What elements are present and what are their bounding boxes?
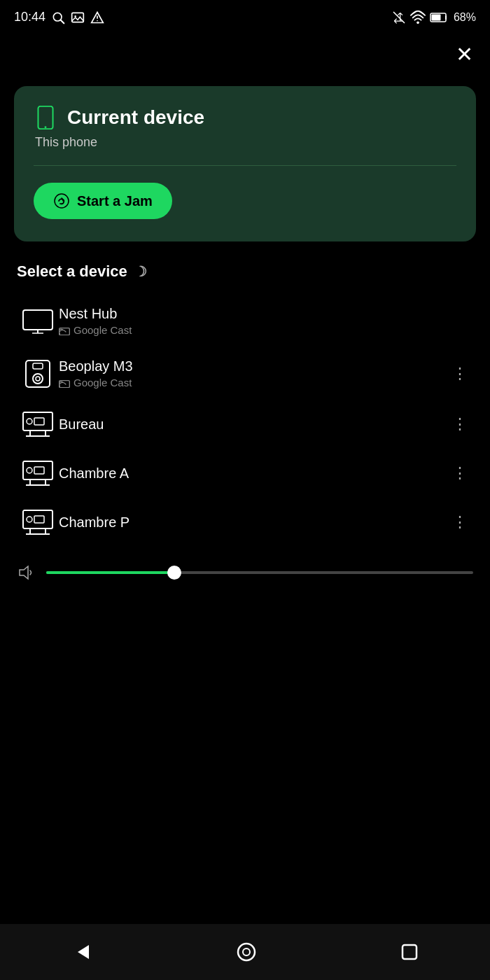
nav-recents-button[interactable]	[384, 937, 435, 967]
chambre-p-name: Chambre P	[59, 514, 447, 531]
battery-percent: 68%	[454, 11, 476, 24]
svg-rect-8	[431, 14, 440, 20]
computer-icon-bureau	[17, 411, 59, 438]
select-device-section-title: Select a device ☽	[0, 262, 490, 281]
svg-point-12	[55, 194, 69, 208]
svg-rect-2	[72, 13, 84, 22]
chambre-a-menu-button[interactable]: ⋮	[447, 461, 473, 485]
device-item-nest-hub[interactable]: Nest Hub Google Cast	[11, 295, 479, 347]
back-arrow-icon	[72, 942, 92, 962]
svg-point-24	[59, 385, 60, 387]
beoplay-menu-button[interactable]: ⋮	[447, 362, 473, 386]
volume-icon	[17, 564, 35, 582]
computer-icon-chambre-p	[17, 509, 59, 536]
moon-icon: ☽	[134, 263, 147, 280]
status-bar: 10:44 68%	[0, 0, 490, 30]
chambre-a-info: Chambre A	[59, 465, 447, 482]
nav-home-button[interactable]	[220, 935, 273, 969]
beoplay-info: Beoplay M3 Google Cast	[59, 358, 447, 388]
svg-rect-22	[33, 363, 43, 369]
svg-point-6	[416, 21, 419, 24]
volume-slider-thumb[interactable]	[167, 566, 181, 580]
volume-slider-track[interactable]	[46, 571, 473, 574]
svg-point-20	[33, 374, 43, 384]
status-right: 68%	[392, 10, 476, 24]
card-divider	[34, 165, 456, 166]
device-item-chambre-a[interactable]: Chambre A ⋮	[11, 449, 479, 498]
svg-rect-25	[23, 412, 52, 430]
svg-rect-31	[23, 461, 52, 479]
recents-square-icon	[401, 944, 418, 960]
svg-point-18	[59, 332, 60, 335]
status-left: 10:44	[14, 10, 104, 24]
current-device-title: Current device	[34, 106, 456, 130]
nest-hub-sub: Google Cast	[59, 324, 473, 336]
current-device-heading: Current device	[67, 106, 204, 129]
svg-rect-33	[34, 467, 44, 474]
home-circle-icon	[237, 942, 256, 962]
svg-point-11	[45, 126, 47, 128]
svg-point-46	[243, 948, 250, 955]
start-jam-label: Start a Jam	[77, 193, 153, 209]
bureau-info: Bureau	[59, 416, 447, 433]
close-button[interactable]: ✕	[456, 42, 473, 66]
svg-marker-44	[78, 945, 89, 959]
svg-rect-47	[402, 945, 416, 959]
svg-rect-27	[34, 418, 44, 425]
chambre-p-info: Chambre P	[59, 514, 447, 531]
phone-icon	[34, 106, 57, 130]
svg-point-38	[27, 517, 32, 522]
cast-icon	[59, 326, 70, 335]
device-item-bureau[interactable]: Bureau ⋮	[11, 400, 479, 449]
device-list: Nest Hub Google Cast Beoplay M	[0, 295, 490, 547]
svg-rect-39	[34, 516, 44, 523]
current-device-card: Current device This phone Start a Jam	[14, 86, 476, 241]
svg-point-21	[36, 377, 40, 381]
computer-icon-chambre-a	[17, 460, 59, 486]
svg-line-1	[61, 20, 64, 23]
device-item-beoplay[interactable]: Beoplay M3 Google Cast ⋮	[11, 347, 479, 400]
search-status-icon	[51, 10, 65, 24]
time: 10:44	[14, 10, 46, 24]
alert-status-icon	[90, 10, 104, 24]
nav-bar	[0, 924, 490, 980]
nest-hub-name: Nest Hub	[59, 306, 473, 322]
current-device-subtitle: This phone	[34, 135, 456, 150]
battery-icon	[430, 11, 449, 24]
cast-icon-beoplay	[59, 378, 70, 388]
nav-back-button[interactable]	[55, 935, 108, 969]
chambre-p-menu-button[interactable]: ⋮	[447, 510, 473, 534]
wifi-icon	[410, 10, 426, 24]
speaker-icon-beoplay	[17, 359, 59, 388]
nest-hub-info: Nest Hub Google Cast	[59, 306, 473, 336]
svg-rect-37	[23, 510, 52, 528]
svg-rect-10	[40, 108, 51, 125]
jam-icon	[53, 192, 70, 209]
device-item-chambre-p[interactable]: Chambre P ⋮	[11, 498, 479, 547]
svg-point-45	[238, 944, 255, 960]
volume-slider-fill	[46, 571, 174, 574]
tv-icon-nest-hub	[17, 309, 59, 334]
beoplay-sub: Google Cast	[59, 377, 447, 388]
bureau-name: Bureau	[59, 416, 447, 433]
svg-point-32	[27, 468, 32, 473]
chambre-a-name: Chambre A	[59, 465, 447, 482]
mute-icon	[392, 10, 406, 24]
svg-marker-43	[20, 566, 28, 579]
image-status-icon	[71, 10, 85, 24]
svg-point-26	[27, 419, 32, 424]
svg-rect-13	[23, 310, 52, 330]
bureau-menu-button[interactable]: ⋮	[447, 412, 473, 436]
beoplay-name: Beoplay M3	[59, 358, 447, 374]
svg-point-5	[97, 20, 98, 21]
start-jam-button[interactable]: Start a Jam	[34, 183, 172, 219]
volume-row	[0, 547, 490, 598]
